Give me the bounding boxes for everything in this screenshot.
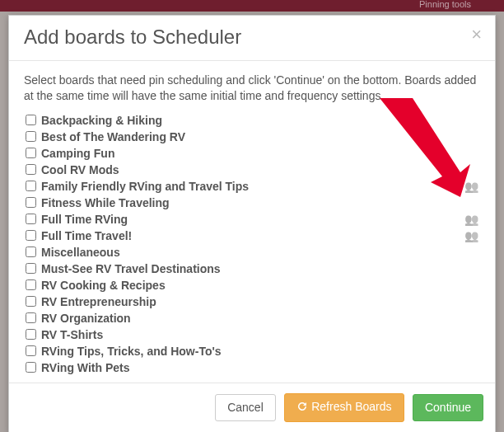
continue-button[interactable]: Continue (413, 394, 483, 421)
board-checkbox[interactable] (26, 131, 36, 142)
board-row[interactable]: RVing Tips, Tricks, and How-To's (24, 343, 477, 359)
board-checkbox[interactable] (26, 312, 36, 323)
board-name: RVing With Pets (41, 361, 477, 374)
modal-title: Add boards to Scheduler (24, 26, 480, 49)
board-row[interactable]: Miscellaneous (24, 244, 477, 261)
board-checkbox[interactable] (26, 329, 36, 340)
boards-list[interactable]: Backpacking & HikingBest of The Wanderin… (24, 112, 480, 376)
board-checkbox[interactable] (26, 148, 36, 158)
board-row[interactable]: Full Time RVing👥 (24, 211, 477, 228)
board-name: Camping Fun (41, 147, 477, 160)
board-row[interactable]: Backpacking & Hiking (24, 112, 477, 129)
board-checkbox[interactable] (26, 214, 36, 224)
board-checkbox[interactable] (26, 362, 36, 373)
modal-footer: Cancel Refresh Boards Continue (9, 383, 495, 432)
board-name: Family Friendly RVing and Travel Tips (41, 180, 459, 193)
board-name: RV Entrepreneurship (41, 295, 477, 308)
board-row[interactable]: Camping Fun (24, 145, 477, 162)
topbar: Pinning tools (0, 0, 504, 12)
group-board-icon: 👥 (459, 213, 477, 226)
board-checkbox[interactable] (26, 197, 36, 208)
board-row[interactable]: RVing With Pets (24, 359, 477, 376)
close-icon[interactable]: × (471, 26, 482, 44)
board-row[interactable]: RV T-Shirts (24, 326, 477, 343)
group-board-icon: 👥 (459, 229, 477, 242)
topbar-pinning-label: Pinning tools (419, 0, 471, 9)
board-checkbox[interactable] (26, 279, 36, 290)
board-name: Best of The Wandering RV (41, 130, 477, 143)
board-name: RV Cooking & Recipes (41, 279, 477, 292)
board-checkbox[interactable] (26, 230, 36, 241)
refresh-icon (296, 401, 308, 416)
board-row[interactable]: Best of The Wandering RV (24, 129, 477, 145)
refresh-label: Refresh Boards (311, 400, 391, 413)
modal-description: Select boards that need pin scheduling a… (24, 73, 480, 104)
board-checkbox[interactable] (26, 296, 36, 307)
modal-header: Add boards to Scheduler × (9, 16, 495, 61)
board-name: Cool RV Mods (41, 163, 477, 176)
board-checkbox[interactable] (26, 247, 36, 257)
board-row[interactable]: Family Friendly RVing and Travel Tips👥 (24, 178, 477, 195)
board-name: Must-See RV Travel Destinations (41, 262, 477, 275)
board-checkbox[interactable] (26, 115, 36, 125)
board-name: RV T-Shirts (41, 328, 477, 341)
board-row[interactable]: Cool RV Mods (24, 162, 477, 178)
add-boards-modal: Add boards to Scheduler × Select boards … (8, 15, 496, 432)
board-name: RV Organization (41, 312, 477, 325)
board-name: Backpacking & Hiking (41, 114, 477, 127)
board-row[interactable]: Full Time Travel!👥 (24, 228, 477, 244)
board-name: Fitness While Traveling (41, 196, 477, 209)
modal-body: Select boards that need pin scheduling a… (9, 61, 495, 383)
board-name: Full Time RVing (41, 213, 459, 226)
board-checkbox[interactable] (26, 181, 36, 191)
board-row[interactable]: Must-See RV Travel Destinations (24, 261, 477, 277)
board-name: RVing Tips, Tricks, and How-To's (41, 345, 477, 358)
board-row[interactable]: RV Organization (24, 310, 477, 326)
board-row[interactable]: Fitness While Traveling (24, 195, 477, 211)
group-board-icon: 👥 (459, 180, 477, 193)
board-checkbox[interactable] (26, 164, 36, 175)
cancel-button[interactable]: Cancel (215, 394, 276, 421)
board-checkbox[interactable] (26, 263, 36, 274)
board-row[interactable]: RV Entrepreneurship (24, 293, 477, 310)
board-name: Miscellaneous (41, 246, 477, 259)
board-row[interactable]: RV Cooking & Recipes (24, 277, 477, 293)
board-name: Full Time Travel! (41, 229, 459, 242)
refresh-boards-button[interactable]: Refresh Boards (284, 393, 404, 422)
board-checkbox[interactable] (26, 345, 36, 356)
